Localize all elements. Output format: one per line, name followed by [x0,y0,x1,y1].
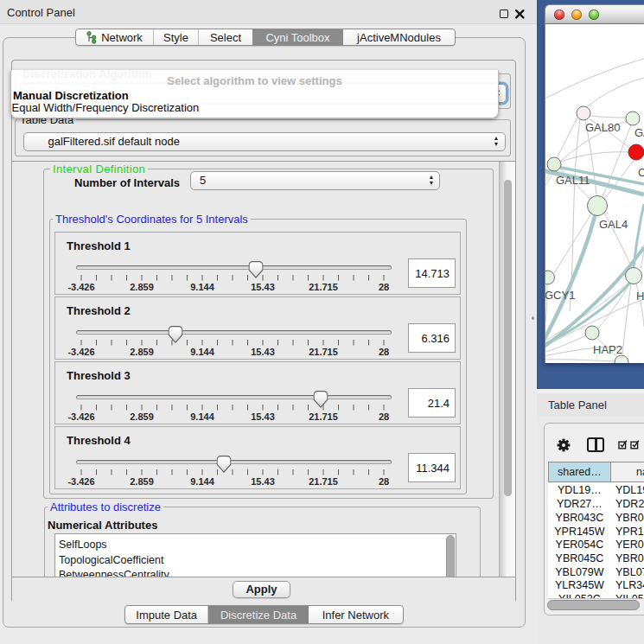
svg-text:GAL80: GAL80 [585,121,620,134]
svg-text:GCY1: GCY1 [545,289,575,302]
svg-text:GAL11: GAL11 [556,174,590,187]
svg-text:CRP: CRP [638,166,644,179]
svg-text:GAL4: GAL4 [599,218,628,231]
svg-text:HA: HA [636,290,644,303]
svg-text:HAP2: HAP2 [593,343,622,356]
svg-text:GAL3: GAL3 [634,126,644,139]
